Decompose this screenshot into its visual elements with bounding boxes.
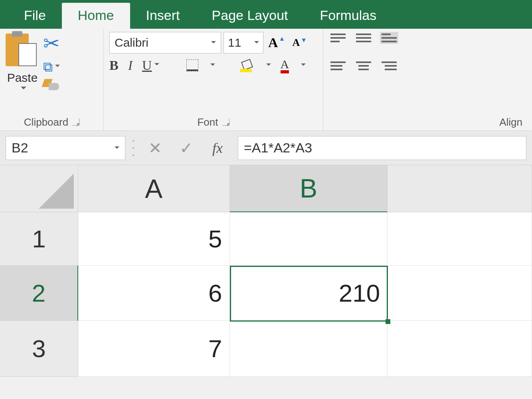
cell-B3[interactable] [230,321,388,377]
ribbon-tabs: File Home Insert Page Layout Formulas [0,0,532,29]
font-size-select[interactable]: 11 [223,32,263,53]
cancel-formula-icon[interactable]: ✕ [141,139,169,157]
fill-color-icon[interactable] [240,59,254,72]
chevron-down-icon [209,36,216,49]
fill-color-dropdown-icon[interactable] [264,62,271,69]
clipboard-launcher-icon[interactable] [72,119,79,126]
cell-A2[interactable]: 6 [78,266,230,321]
copy-icon[interactable]: ⧉ [43,59,61,75]
paste-label: Paste [7,71,38,85]
column-header-C[interactable] [388,165,532,212]
fill-handle[interactable] [386,319,390,324]
select-all-corner[interactable] [0,165,78,212]
formula-input[interactable]: =A1*A2*A3 [238,136,526,160]
ribbon: Paste ✂ ⧉ Clipboard [0,29,532,131]
border-dropdown-icon[interactable] [208,62,215,69]
worksheet: A B 1 5 2 6 210 3 7 [0,165,532,377]
name-box[interactable]: B2 [6,136,125,160]
align-right-icon[interactable] [380,60,398,72]
tab-page-layout[interactable]: Page Layout [196,3,304,29]
font-name-value: Calibri [115,36,148,49]
font-name-select[interactable]: Calibri [109,32,221,53]
bold-button[interactable]: B [109,58,119,73]
cell-B1[interactable] [230,212,388,266]
row-header-2[interactable]: 2 [0,266,78,321]
clipboard-group-label: Clipboard [24,116,68,128]
align-middle-icon[interactable] [354,32,373,44]
column-header-B[interactable]: B [230,165,388,212]
font-color-icon[interactable]: A [281,57,289,73]
font-color-dropdown-icon[interactable] [299,62,306,69]
row-header-3[interactable]: 3 [0,321,78,377]
chevron-down-icon [112,140,119,156]
enter-formula-icon[interactable]: ✓ [172,139,200,157]
paste-button[interactable]: Paste [6,32,39,93]
cell-C1[interactable] [388,212,532,266]
cell-A1[interactable]: 5 [78,212,230,266]
column-header-A[interactable]: A [78,165,230,212]
align-bottom-icon[interactable] [380,32,398,44]
underline-button[interactable]: U [142,58,159,73]
tab-formulas[interactable]: Formulas [304,3,392,29]
cell-C3[interactable] [388,321,532,377]
align-top-icon[interactable] [329,32,347,44]
increase-font-size-icon[interactable]: A▲ [266,35,287,50]
format-painter-icon[interactable] [43,79,61,93]
alignment-group-label: Align [499,116,522,128]
tab-insert[interactable]: Insert [130,3,196,29]
row-header-1[interactable]: 1 [0,212,78,266]
chevron-down-icon [252,36,259,49]
font-size-value: 11 [228,36,241,49]
tab-file[interactable]: File [8,3,62,29]
divider [133,140,134,156]
font-group-label: Font [197,116,218,128]
tab-home[interactable]: Home [62,3,130,29]
italic-button[interactable]: I [128,58,133,73]
align-left-icon[interactable] [329,60,347,72]
fx-icon[interactable]: fx [204,140,231,156]
clipboard-icon [6,32,39,70]
cell-C2[interactable] [388,266,532,321]
cut-icon[interactable]: ✂ [43,32,61,55]
cell-A3[interactable]: 7 [78,321,230,377]
formula-bar: B2 ✕ ✓ fx =A1*A2*A3 [0,131,532,165]
cell-B2[interactable]: 210 [230,266,388,321]
decrease-font-size-icon[interactable]: A▼ [290,37,309,49]
paste-dropdown-icon[interactable] [18,85,26,93]
border-icon[interactable] [186,59,198,71]
align-center-icon[interactable] [354,60,373,72]
font-launcher-icon[interactable] [222,119,229,126]
name-box-value: B2 [12,140,28,156]
